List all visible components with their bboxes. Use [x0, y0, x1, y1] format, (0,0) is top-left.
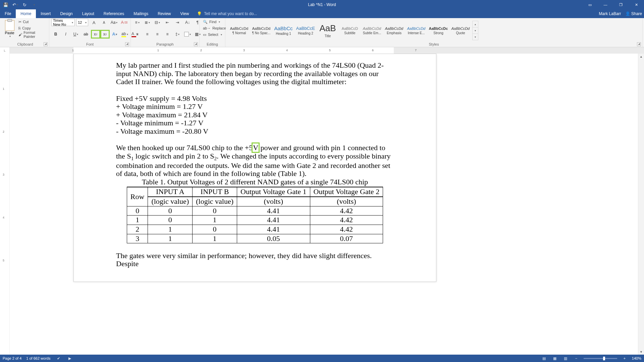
- tab-file[interactable]: File: [0, 9, 16, 18]
- shading-button[interactable]: ▾: [183, 31, 192, 38]
- strikethrough-button[interactable]: ab: [82, 31, 90, 38]
- table-cell[interactable]: 0: [127, 206, 148, 216]
- table-cell[interactable]: 4.41: [237, 216, 310, 225]
- replace-button[interactable]: ab→ Replace: [202, 25, 223, 31]
- spellcheck-icon[interactable]: ✔: [55, 356, 62, 361]
- styles-scroll-arrow-icon[interactable]: ▾: [473, 27, 478, 34]
- tab-mailings[interactable]: Mailings: [129, 9, 153, 18]
- style-item[interactable]: AaBbCcHeading 1: [272, 21, 294, 40]
- styles-scroll-arrow-icon[interactable]: ▴: [473, 21, 478, 27]
- redo-icon[interactable]: ↻: [21, 2, 28, 8]
- body-text[interactable]: My lab partner and I first studied the p…: [116, 61, 394, 86]
- align-left-button[interactable]: ≡: [133, 31, 142, 38]
- sort-button[interactable]: A↓: [183, 19, 192, 26]
- table-cell[interactable]: 0.05: [237, 234, 310, 243]
- table-row[interactable]: 3110.050.07: [127, 234, 383, 243]
- text-cursor-selection[interactable]: V: [253, 143, 259, 152]
- zoom-in-button[interactable]: +: [621, 356, 628, 361]
- bold-button[interactable]: B: [51, 31, 60, 38]
- body-text[interactable]: Fixed +5V supply = 4.98 Volts: [116, 95, 394, 103]
- page-viewport[interactable]: My lab partner and I first studied the p…: [10, 54, 644, 355]
- style-item[interactable]: AaBbCcEHeading 2: [294, 21, 317, 40]
- close-button[interactable]: ✕: [629, 0, 644, 9]
- table-cell[interactable]: 4.41: [237, 225, 310, 234]
- multilevel-list-button[interactable]: ⊟▾: [153, 19, 162, 26]
- style-item[interactable]: AaBbCcDdQuote: [449, 21, 472, 40]
- body-text[interactable]: + Voltage minimum = 1.27 V: [116, 103, 394, 111]
- table-cell[interactable]: 1: [148, 234, 193, 243]
- macro-icon[interactable]: ▶: [66, 356, 73, 361]
- print-layout-icon[interactable]: ▦: [551, 356, 558, 361]
- maximize-button[interactable]: ❐: [613, 0, 629, 9]
- font-size-combo[interactable]: 12▾: [76, 19, 88, 26]
- superscript-button[interactable]: x2: [101, 31, 109, 38]
- status-word-count[interactable]: 1 of 662 words: [26, 356, 50, 360]
- table-header[interactable]: INPUT A: [148, 187, 193, 197]
- table-cell[interactable]: 4.42: [310, 225, 383, 234]
- scroll-down-arrow-icon[interactable]: ▼: [638, 349, 644, 355]
- table-row[interactable]: 2104.414.42: [127, 225, 383, 234]
- ruler-corner[interactable]: L: [0, 47, 10, 54]
- table-header[interactable]: INPUT B: [193, 187, 237, 197]
- table-cell[interactable]: 2: [127, 225, 148, 234]
- table-header[interactable]: (volts): [237, 197, 310, 206]
- zoom-level[interactable]: 140%: [632, 356, 641, 360]
- zoom-slider[interactable]: [584, 358, 617, 359]
- zoom-slider-thumb[interactable]: [603, 357, 605, 360]
- italic-button[interactable]: I: [61, 31, 70, 38]
- text-effects-button[interactable]: A▾: [110, 31, 119, 38]
- bullets-button[interactable]: ≡▾: [133, 19, 142, 26]
- data-table[interactable]: Row INPUT A INPUT B Output Voltage Gate …: [127, 187, 383, 243]
- table-cell[interactable]: 0: [148, 206, 193, 216]
- table-row[interactable]: 0004.414.42: [127, 206, 383, 216]
- line-spacing-button[interactable]: ‡▾: [173, 31, 182, 38]
- style-item[interactable]: AaBbCcDdSubtle Em...: [361, 21, 383, 40]
- numbering-button[interactable]: ≣▾: [143, 19, 152, 26]
- table-cell[interactable]: 0: [148, 216, 193, 225]
- tab-view[interactable]: View: [176, 9, 194, 18]
- cut-button[interactable]: ✂ Cut: [17, 19, 47, 25]
- styles-scroll[interactable]: ▴▾▾: [472, 21, 478, 40]
- body-text[interactable]: - Voltage minimum = -1.27 V: [116, 119, 394, 127]
- style-item[interactable]: AaBbCcDSubtitle: [339, 21, 361, 40]
- font-dialog-launcher[interactable]: ◢: [125, 42, 129, 46]
- qat-customize-icon[interactable]: ▾: [31, 2, 37, 8]
- style-item[interactable]: AaBbCcDdIntense E...: [405, 21, 427, 40]
- ribbon-display-icon[interactable]: ▭: [582, 0, 598, 9]
- body-text[interactable]: We then hooked up our 74LS00 chip to the…: [116, 144, 394, 178]
- table-cell[interactable]: 1: [193, 216, 237, 225]
- tab-insert[interactable]: Insert: [36, 9, 55, 18]
- style-item[interactable]: AaBTitle: [317, 21, 339, 40]
- scroll-up-arrow-icon[interactable]: ▲: [638, 54, 644, 59]
- tell-me-search[interactable]: 💡 Tell me what you want to do...: [194, 9, 257, 18]
- table-cell[interactable]: 4.42: [310, 206, 383, 216]
- body-text[interactable]: The gates were very similar in performan…: [116, 252, 394, 268]
- table-header[interactable]: Output Voltage Gate 1: [237, 187, 310, 197]
- format-painter-button[interactable]: 🖌 Format Painter: [17, 32, 47, 38]
- tab-references[interactable]: References: [99, 9, 129, 18]
- table-cell[interactable]: 4.42: [310, 216, 383, 225]
- user-name[interactable]: Mark LaBarr: [599, 11, 621, 16]
- tab-home[interactable]: Home: [16, 9, 36, 18]
- status-page[interactable]: Page 2 of 4: [3, 356, 21, 360]
- table-cell[interactable]: 1: [127, 216, 148, 225]
- table-header[interactable]: (logic value): [148, 197, 193, 206]
- vertical-scrollbar[interactable]: ▲ ▼: [638, 54, 644, 355]
- web-layout-icon[interactable]: ▥: [562, 356, 569, 361]
- tab-layout[interactable]: Layout: [77, 9, 99, 18]
- table-cell[interactable]: 0: [193, 206, 237, 216]
- undo-icon[interactable]: ↶▾: [12, 2, 18, 8]
- body-text[interactable]: + Voltage maximum = 21.84 V: [116, 111, 394, 119]
- save-icon[interactable]: 💾: [3, 2, 9, 8]
- style-item[interactable]: AaBbCcDd¶ Normal: [228, 21, 250, 40]
- document-page[interactable]: My lab partner and I first studied the p…: [73, 54, 436, 282]
- scroll-track[interactable]: [638, 59, 644, 349]
- table-cell[interactable]: 0.07: [310, 234, 383, 243]
- shrink-font-button[interactable]: A: [100, 19, 108, 26]
- style-item[interactable]: AaBbCcDd¶ No Spac...: [250, 21, 272, 40]
- table-cell[interactable]: 3: [127, 234, 148, 243]
- table-cell[interactable]: 1: [193, 234, 237, 243]
- styles-dialog-launcher[interactable]: ◢: [637, 42, 641, 46]
- style-item[interactable]: AaBbCcDdEmphasis: [383, 21, 405, 40]
- table-cell[interactable]: 1: [148, 225, 193, 234]
